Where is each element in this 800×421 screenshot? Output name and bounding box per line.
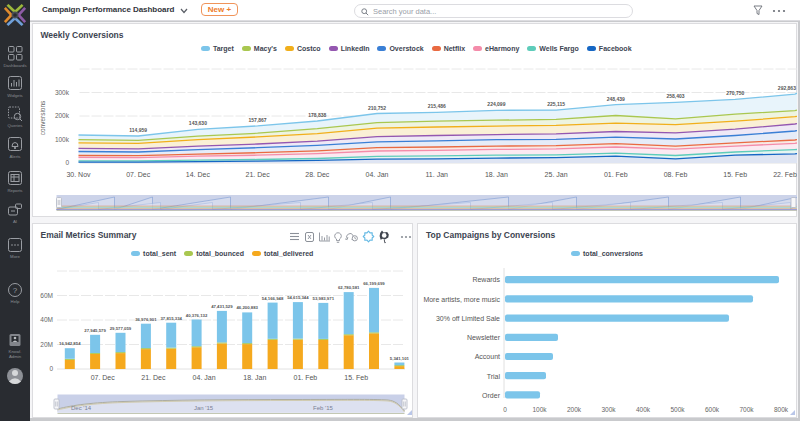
svg-text:Newsletter: Newsletter: [467, 334, 501, 341]
svg-text:15. Feb: 15. Feb: [344, 374, 368, 381]
svg-text:157,867: 157,867: [248, 117, 266, 123]
svg-text:224,099: 224,099: [487, 101, 505, 107]
svg-text:08. Feb: 08. Feb: [663, 171, 687, 178]
svg-text:178,838: 178,838: [308, 112, 326, 118]
svg-text:18. Jan: 18. Jan: [484, 171, 507, 178]
svg-text:54,615,344: 54,615,344: [287, 295, 309, 300]
svg-text:300k: 300k: [601, 406, 616, 413]
svg-text:54,166,948: 54,166,948: [261, 296, 283, 301]
svg-text:Feb '15: Feb '15: [313, 405, 333, 411]
svg-text:53,983,971: 53,983,971: [312, 296, 334, 301]
svg-text:Knowl.: Knowl.: [9, 349, 22, 354]
svg-text:Trial: Trial: [487, 373, 501, 380]
svg-text:15. Feb: 15. Feb: [723, 171, 747, 178]
svg-text:Jan '15: Jan '15: [194, 405, 214, 411]
svg-text:114,959: 114,959: [129, 127, 147, 133]
svg-text:200k: 200k: [567, 406, 582, 413]
svg-text:Dec '14: Dec '14: [71, 405, 92, 411]
svg-text:07. Dec: 07. Dec: [90, 374, 115, 381]
svg-text:28. Dec: 28. Dec: [305, 171, 330, 178]
svg-text:200k: 200k: [54, 112, 69, 119]
svg-text:46,200,883: 46,200,883: [236, 305, 258, 310]
svg-text:25. Jan: 25. Jan: [544, 171, 567, 178]
svg-text:Reports: Reports: [7, 188, 22, 193]
svg-text:36,976,901: 36,976,901: [135, 317, 157, 322]
svg-text:37,815,334: 37,815,334: [160, 316, 182, 321]
svg-text:Rewards: Rewards: [472, 276, 500, 283]
svg-text:30% off Limited Sale: 30% off Limited Sale: [436, 315, 500, 322]
svg-text:100k: 100k: [54, 136, 69, 143]
svg-text:21. Dec: 21. Dec: [141, 374, 166, 381]
svg-text:21. Dec: 21. Dec: [245, 171, 270, 178]
svg-text:258,403: 258,403: [666, 93, 684, 99]
svg-text:More: More: [10, 254, 20, 259]
svg-text:60M: 60M: [40, 292, 53, 299]
svg-text:248,439: 248,439: [606, 96, 624, 102]
svg-text:Admin: Admin: [9, 354, 22, 359]
svg-text:Alerts: Alerts: [10, 154, 21, 159]
svg-text:conversions: conversions: [39, 100, 46, 135]
svg-text:600k: 600k: [705, 406, 720, 413]
svg-text:40M: 40M: [40, 316, 53, 323]
svg-text:Account: Account: [475, 353, 500, 360]
svg-text:0: 0: [65, 159, 69, 166]
svg-text:Help: Help: [11, 299, 20, 304]
svg-text:18. Jan: 18. Jan: [243, 374, 266, 381]
svg-text:04. Jan: 04. Jan: [365, 171, 388, 178]
svg-text:Queries: Queries: [7, 123, 22, 128]
svg-text:66,199,699: 66,199,699: [363, 281, 385, 286]
svg-text:30. Nov: 30. Nov: [66, 171, 91, 178]
svg-text:700k: 700k: [739, 406, 754, 413]
svg-text:100k: 100k: [532, 406, 547, 413]
svg-text:40,376,132: 40,376,132: [185, 313, 207, 318]
svg-text:Dashboards: Dashboards: [3, 63, 26, 68]
svg-text:14. Dec: 14. Dec: [185, 171, 210, 178]
svg-text:300k: 300k: [54, 89, 69, 96]
svg-text:01. Feb: 01. Feb: [293, 374, 317, 381]
svg-text:20M: 20M: [40, 341, 53, 348]
svg-text:Widgets: Widgets: [7, 93, 23, 98]
svg-text:400k: 400k: [636, 406, 651, 413]
svg-text:16,942,854: 16,942,854: [59, 341, 81, 346]
svg-text:210,752: 210,752: [367, 105, 385, 111]
svg-text:27,945,579: 27,945,579: [84, 328, 106, 333]
svg-text:Order: Order: [482, 392, 501, 399]
svg-text:11. Jan: 11. Jan: [425, 171, 448, 178]
svg-text:01. Feb: 01. Feb: [603, 171, 627, 178]
svg-text:More artists, more music: More artists, more music: [423, 296, 500, 303]
svg-text:0: 0: [503, 406, 507, 413]
svg-text:?: ?: [13, 286, 18, 295]
svg-text:AI: AI: [13, 219, 17, 224]
svg-text:07. Dec: 07. Dec: [126, 171, 151, 178]
svg-text:215,486: 215,486: [427, 103, 445, 109]
svg-text:04. Jan: 04. Jan: [192, 374, 215, 381]
svg-text:270,750: 270,750: [726, 90, 744, 96]
svg-text:62,780,581: 62,780,581: [337, 285, 359, 290]
svg-text:5,341,101: 5,341,101: [389, 356, 409, 361]
svg-text:22. Feb: 22. Feb: [773, 171, 797, 178]
svg-text:143,630: 143,630: [188, 120, 206, 126]
svg-text:800k: 800k: [774, 406, 789, 413]
svg-text:292,863: 292,863: [777, 85, 795, 91]
svg-text:0: 0: [49, 365, 53, 372]
svg-text:225,115: 225,115: [547, 101, 565, 107]
svg-text:47,431,529: 47,431,529: [211, 304, 233, 309]
svg-text:29,577,059: 29,577,059: [109, 326, 131, 331]
svg-text:500k: 500k: [670, 406, 685, 413]
